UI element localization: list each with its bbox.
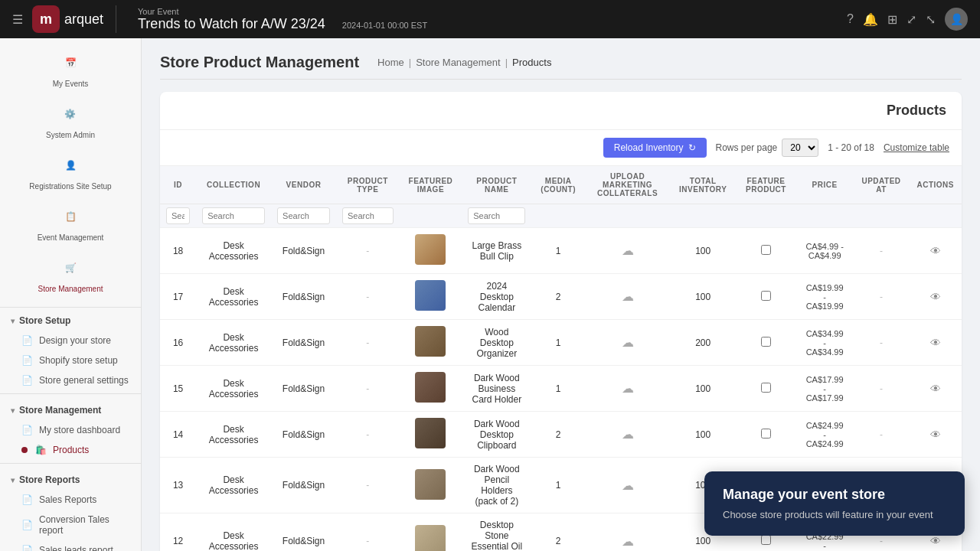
cell-feature-17[interactable] <box>736 274 795 320</box>
store-dashboard-icon: 📄 <box>21 425 33 435</box>
view-icon-15[interactable]: 👁 <box>930 383 941 395</box>
shopify-setup-icon: 📄 <box>21 355 33 366</box>
table-row: 18 Desk Accessories Fold&Sign - Large Br… <box>160 228 962 274</box>
sidebar-item-store-management[interactable]: 🛒 Store Management <box>28 251 112 299</box>
upload-icon-18[interactable]: ☁ <box>622 244 634 257</box>
breadcrumb-store-management[interactable]: Store Management <box>416 57 501 68</box>
view-icon-18[interactable]: 👁 <box>930 245 941 257</box>
sidebar-item-system-admin[interactable]: ⚙️ System Admin <box>37 97 104 145</box>
cell-inventory-18: 100 <box>670 228 736 274</box>
search-collection-input[interactable] <box>202 207 265 224</box>
sidebar-item-event-management[interactable]: 📋 Event Management <box>28 200 113 248</box>
cell-feature-14[interactable] <box>736 412 795 458</box>
breadcrumb-home[interactable]: Home <box>377 57 404 68</box>
cell-actions-17[interactable]: 👁 <box>909 274 962 320</box>
cell-actions-14[interactable]: 👁 <box>909 412 962 458</box>
sidebar-item-shopify-setup[interactable]: 📄 Shopify store setup <box>0 350 141 370</box>
feature-checkbox-16[interactable] <box>761 337 771 347</box>
expand-icon[interactable]: ⤡ <box>926 12 936 27</box>
feature-checkbox-12[interactable] <box>761 535 771 545</box>
upload-icon-16[interactable]: ☁ <box>622 336 634 349</box>
cell-actions-18[interactable]: 👁 <box>909 228 962 274</box>
sidebar-item-products[interactable]: 🛍️ Products <box>0 440 141 460</box>
upload-icon-14[interactable]: ☁ <box>622 428 634 441</box>
cell-upload-13[interactable]: ☁ <box>585 458 670 514</box>
upload-icon-15[interactable]: ☁ <box>622 382 634 395</box>
shrink-icon[interactable]: ⤢ <box>906 12 916 27</box>
notifications-icon[interactable]: 🔔 <box>863 12 878 27</box>
search-product-type[interactable] <box>336 204 400 228</box>
sidebar-item-sales-reports[interactable]: 📄 Sales Reports <box>0 490 141 510</box>
cell-upload-15[interactable]: ☁ <box>585 366 670 412</box>
col-updated-at: UPDATED AT <box>854 166 910 204</box>
cell-updated-16: - <box>854 320 910 366</box>
cell-inventory-16: 200 <box>670 320 736 366</box>
search-collection[interactable] <box>196 204 271 228</box>
sidebar-item-conversion-tales[interactable]: 📄 Conversion Tales report <box>0 510 141 540</box>
help-icon[interactable]: ? <box>847 12 854 26</box>
feature-checkbox-17[interactable] <box>761 291 771 301</box>
cell-media-16: 1 <box>531 320 585 366</box>
search-vendor-input[interactable] <box>277 207 330 224</box>
cell-feature-15[interactable] <box>736 366 795 412</box>
feature-checkbox-14[interactable] <box>761 429 771 439</box>
upload-icon-17[interactable]: ☁ <box>622 290 634 303</box>
cell-inventory-14: 100 <box>670 412 736 458</box>
sidebar-item-design-store[interactable]: 📄 Design your store <box>0 331 141 350</box>
sidebar-item-registrations[interactable]: 👤 Registrations Site Setup <box>20 148 120 197</box>
cell-collection-17: Desk Accessories <box>196 274 271 320</box>
cell-upload-14[interactable]: ☁ <box>585 412 670 458</box>
cell-name-14: Dark Wood Desktop Clipboard <box>462 412 531 458</box>
reload-inventory-button[interactable]: Reload Inventory ↻ <box>603 138 707 158</box>
customize-table-button[interactable]: Customize table <box>884 142 949 153</box>
cell-collection-15: Desk Accessories <box>196 366 271 412</box>
store-management-header[interactable]: ▾ Store Management <box>0 397 141 420</box>
view-icon-16[interactable]: 👁 <box>930 337 941 349</box>
store-reports-header[interactable]: ▾ Store Reports <box>0 467 141 490</box>
cell-collection-14: Desk Accessories <box>196 412 271 458</box>
sidebar-item-store-dashboard[interactable]: 📄 My store dashboard <box>0 420 141 440</box>
search-id[interactable] <box>160 204 196 228</box>
cell-feature-16[interactable] <box>736 320 795 366</box>
breadcrumb: Home | Store Management | Products <box>377 57 551 68</box>
cell-upload-17[interactable]: ☁ <box>585 274 670 320</box>
cell-feature-18[interactable] <box>736 228 795 274</box>
system-admin-label: System Admin <box>46 131 95 139</box>
cell-actions-16[interactable]: 👁 <box>909 320 962 366</box>
cell-upload-12[interactable]: ☁ <box>585 514 670 552</box>
col-price: PRICE <box>796 166 854 204</box>
pagination-info: 1 - 20 of 18 <box>828 142 874 153</box>
search-product-type-input[interactable] <box>342 207 394 224</box>
cell-id-18: 18 <box>160 228 196 274</box>
feature-checkbox-15[interactable] <box>761 383 771 393</box>
cell-name-16: Wood Desktop Organizer <box>462 320 531 366</box>
search-price <box>796 204 854 228</box>
cell-upload-16[interactable]: ☁ <box>585 320 670 366</box>
rows-per-page-select[interactable]: 10 20 50 <box>782 139 818 157</box>
search-vendor[interactable] <box>271 204 336 228</box>
cell-collection-12: Desk Accessories <box>196 514 271 552</box>
sidebar-item-my-events[interactable]: 📅 My Events <box>44 46 98 94</box>
grid-icon[interactable]: ⊞ <box>887 12 897 27</box>
store-setup-header[interactable]: ▾ Store Setup <box>0 308 141 331</box>
view-icon-17[interactable]: 👁 <box>930 291 941 303</box>
upload-icon-12[interactable]: ☁ <box>622 535 634 548</box>
upload-icon-13[interactable]: ☁ <box>622 479 634 492</box>
feature-checkbox-18[interactable] <box>761 245 771 255</box>
cell-actions-15[interactable]: 👁 <box>909 366 962 412</box>
logo-text: arquet <box>64 11 103 28</box>
sidebar-item-sales-leads[interactable]: 📄 Sales leads report <box>0 540 141 551</box>
store-setup-section: ▾ Store Setup 📄 Design your store 📄 Shop… <box>0 308 141 390</box>
cell-upload-18[interactable]: ☁ <box>585 228 670 274</box>
search-product-name[interactable] <box>462 204 531 228</box>
hamburger-icon[interactable]: ☰ <box>12 12 23 27</box>
search-id-input[interactable] <box>166 207 190 224</box>
view-icon-14[interactable]: 👁 <box>930 429 941 441</box>
col-collection: COLLECTION <box>196 166 271 204</box>
sidebar-item-store-settings[interactable]: 📄 Store general settings <box>0 370 141 390</box>
search-product-name-input[interactable] <box>468 207 525 224</box>
avatar[interactable]: 👤 <box>945 8 968 31</box>
reload-label: Reload Inventory <box>614 142 684 153</box>
cell-media-13: 1 <box>531 458 585 514</box>
view-icon-12[interactable]: 👁 <box>930 535 941 547</box>
